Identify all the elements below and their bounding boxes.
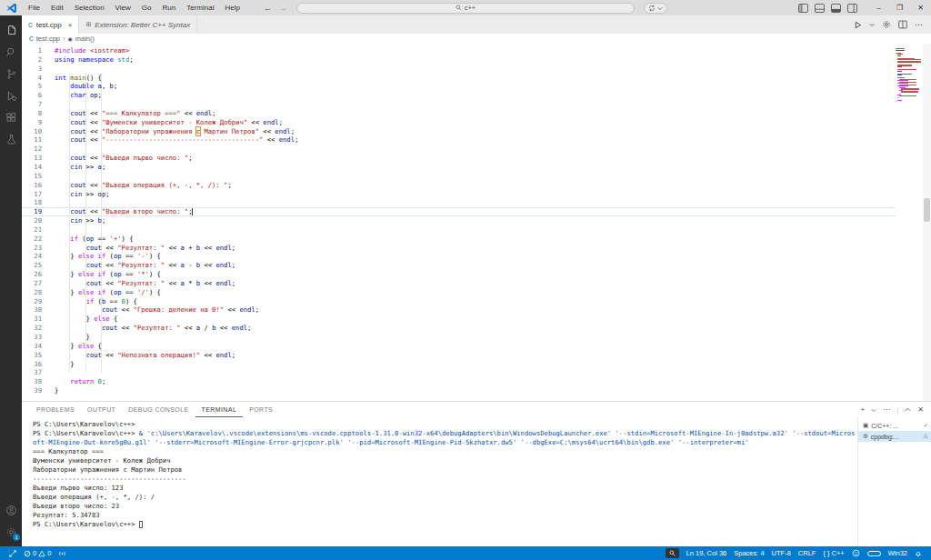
forward-arrow-icon[interactable]: →	[279, 4, 287, 13]
menu-file[interactable]: File	[23, 3, 45, 13]
close-button[interactable]: ✕	[910, 0, 931, 15]
toggle-sidebar-left-icon[interactable]	[798, 4, 808, 13]
code-line-33[interactable]: 33 }	[22, 333, 896, 342]
run-cpp-button[interactable]	[854, 21, 862, 29]
panel-tab-problems[interactable]: PROBLEMS	[30, 402, 81, 417]
restore-button[interactable]: ❐	[889, 0, 910, 15]
new-terminal-icon[interactable]: +	[861, 405, 866, 414]
code-line-36[interactable]: 36 }	[22, 360, 896, 369]
screencast-zoom-chip[interactable]	[666, 548, 679, 558]
code-line-2[interactable]: 2using namespace std;	[22, 55, 896, 65]
code-line-17[interactable]: 17 cin >> op;	[22, 190, 896, 199]
code-line-12[interactable]: 12	[22, 145, 896, 154]
breadcrumb-file[interactable]: test.cpp	[36, 35, 60, 43]
eol-indicator[interactable]: CRLF	[795, 549, 820, 557]
tab-test-cpp[interactable]: C test.cpp ×	[22, 15, 79, 34]
run-dropdown-chevron-icon[interactable]	[869, 22, 875, 27]
search-sidebar-icon[interactable]	[0, 41, 22, 63]
panel-tab-ports[interactable]: PORTS	[243, 402, 279, 417]
code-line-29[interactable]: 29 if (b == 0) {	[22, 297, 896, 306]
minimap[interactable]	[896, 44, 923, 401]
code-line-15[interactable]: 15	[22, 172, 896, 181]
explorer-icon[interactable]	[0, 19, 22, 41]
menu-go[interactable]: Go	[136, 3, 157, 13]
code-line-11[interactable]: 11 cout << "----------------------------…	[22, 135, 896, 145]
code-line-22[interactable]: 22 if (op == '+') {	[22, 235, 896, 244]
code-line-28[interactable]: 28 } else if (op == '/') {	[22, 288, 896, 297]
code-area[interactable]: 1#include <iostream>2using namespace std…	[22, 44, 896, 401]
code-line-3[interactable]: 3	[22, 65, 896, 74]
more-actions-icon[interactable]: ⋯	[915, 20, 923, 29]
code-line-6[interactable]: 6 char op;	[22, 91, 896, 100]
os-indicator[interactable]: Win32	[885, 549, 911, 557]
editor-settings-icon[interactable]	[882, 20, 891, 29]
panel-tab-debug-console[interactable]: DEBUG CONSOLE	[122, 402, 195, 417]
panel-tab-terminal[interactable]: TERMINAL	[195, 402, 244, 417]
code-line-1[interactable]: 1#include <iostream>	[22, 46, 896, 55]
maximize-panel-icon[interactable]	[905, 406, 911, 413]
code-line-32[interactable]: 32 cout << "Резултат: " << a / b << endl…	[22, 324, 896, 333]
code-line-18[interactable]: 18	[22, 198, 896, 207]
back-arrow-icon[interactable]: ←	[264, 4, 272, 13]
menu-view[interactable]: View	[110, 3, 136, 13]
broadcast-indicator[interactable]	[55, 550, 70, 557]
breadcrumb-symbol[interactable]: main()	[75, 35, 95, 43]
remote-indicator[interactable]	[5, 550, 20, 557]
code-line-4[interactable]: 4int main() {	[22, 74, 896, 83]
run-debug-icon[interactable]	[0, 85, 22, 106]
code-line-38[interactable]: 38 return 0;	[22, 377, 896, 386]
menu-terminal[interactable]: Terminal	[181, 3, 219, 13]
code-line-7[interactable]: 7	[22, 100, 896, 109]
panel-tab-output[interactable]: OUTPUT	[81, 402, 122, 417]
code-line-37[interactable]: 37	[22, 368, 896, 377]
code-line-5[interactable]: 5 double a, b;	[22, 82, 896, 91]
tab-close-icon[interactable]: ×	[68, 21, 73, 29]
line-col-indicator[interactable]: Ln 19, Col 36	[683, 549, 731, 557]
code-line-21[interactable]: 21	[22, 225, 896, 235]
indent-indicator[interactable]: Spaces: 4	[730, 549, 767, 557]
account-icon[interactable]	[0, 499, 22, 521]
code-line-31[interactable]: 31 } else {	[22, 315, 896, 324]
notifications-bell[interactable]	[911, 549, 926, 557]
code-line-23[interactable]: 23 cout << "Резултат: " << a + b << endl…	[22, 244, 896, 253]
code-line-14[interactable]: 14 cin >> a;	[22, 163, 896, 172]
code-line-20[interactable]: 20 cin >> b;	[22, 216, 896, 225]
sync-button[interactable]	[644, 3, 667, 14]
terminal-list-item[interactable]: ▣C/C++: ...✓	[858, 420, 931, 431]
code-line-30[interactable]: 30 cout << "Грешка: деление на 0!" << en…	[22, 305, 896, 315]
code-line-24[interactable]: 24 } else if (op == '-') {	[22, 252, 896, 261]
code-line-13[interactable]: 13 cout << "Въведи първо число: ";	[22, 154, 896, 163]
terminal-list-item[interactable]: ⚙cppdbg:...⚠	[858, 431, 931, 442]
menu-selection[interactable]: Selection	[69, 3, 110, 13]
toggle-panel-filled-icon[interactable]	[831, 4, 841, 13]
code-editor[interactable]: 1#include <iostream>2using namespace std…	[22, 44, 931, 401]
code-line-10[interactable]: 10 cout << "Лабораторни упражнения с Мар…	[22, 127, 896, 136]
panel-more-icon[interactable]: ⋯	[883, 405, 890, 414]
minimize-button[interactable]: –	[868, 0, 889, 15]
terminal-output[interactable]: PS C:\Users\Karavelov\c++> PS C:\Users\K…	[22, 417, 858, 546]
close-panel-icon[interactable]: ✕	[917, 405, 924, 414]
editor-scrollbar[interactable]	[923, 44, 931, 401]
code-line-26[interactable]: 26 } else if (op == '*') {	[22, 270, 896, 279]
toggle-panel-icon[interactable]	[815, 4, 825, 13]
language-indicator[interactable]: { }C++	[819, 549, 847, 557]
terminal-dropdown-icon[interactable]	[871, 407, 876, 413]
breadcrumb[interactable]: C test.cpp › ◉ main()	[22, 34, 931, 44]
extensions-icon[interactable]	[0, 106, 22, 128]
menu-help[interactable]: Help	[219, 3, 245, 13]
menu-edit[interactable]: Edit	[45, 3, 69, 13]
command-center-search[interactable]: c++	[296, 3, 635, 14]
tunnel-indicator[interactable]	[864, 551, 885, 556]
encoding-indicator[interactable]: UTF-8	[768, 549, 795, 557]
code-line-9[interactable]: 9 cout << "Шуменски университет - Колеж …	[22, 118, 896, 127]
code-line-27[interactable]: 27 cout << "Резултат: " << a * b << endl…	[22, 279, 896, 288]
source-control-icon[interactable]	[0, 63, 22, 85]
menu-run[interactable]: Run	[156, 3, 181, 13]
split-editor-icon[interactable]	[898, 20, 907, 29]
testing-icon[interactable]	[0, 128, 22, 150]
code-line-35[interactable]: 35 cout << "Непозната операция!" << endl…	[22, 351, 896, 360]
scrollbar-thumb[interactable]	[924, 198, 930, 222]
tab-extension-better-cpp-syntax[interactable]: ⊞ Extension: Better C++ Syntax	[79, 15, 197, 34]
code-line-16[interactable]: 16 cout << "Въведи операция (+, -, *, /)…	[22, 181, 896, 190]
code-line-8[interactable]: 8 cout << "=== Калкулатор ===" << endl;	[22, 109, 896, 118]
